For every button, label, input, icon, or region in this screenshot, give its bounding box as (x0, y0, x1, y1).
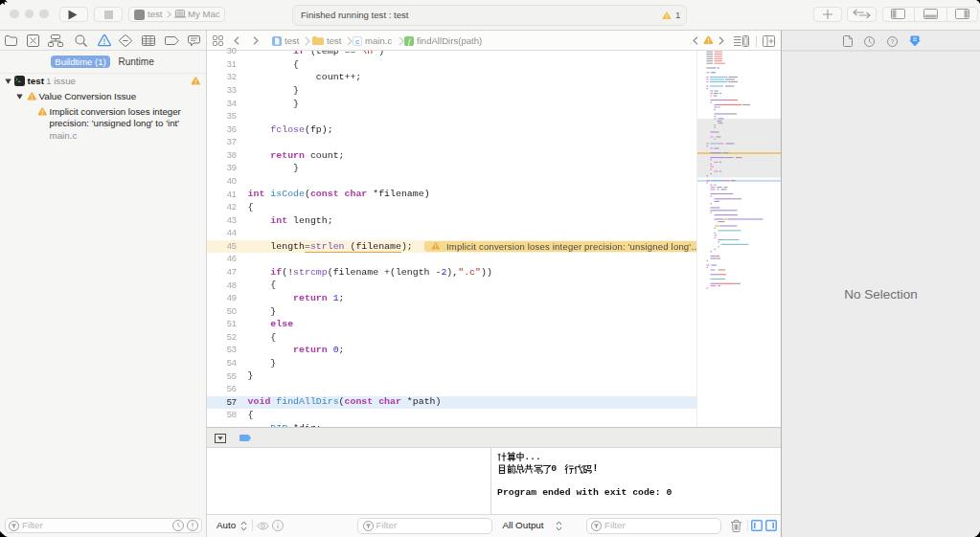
svg-text:c: c (355, 36, 359, 45)
svg-text:?: ? (890, 38, 894, 45)
